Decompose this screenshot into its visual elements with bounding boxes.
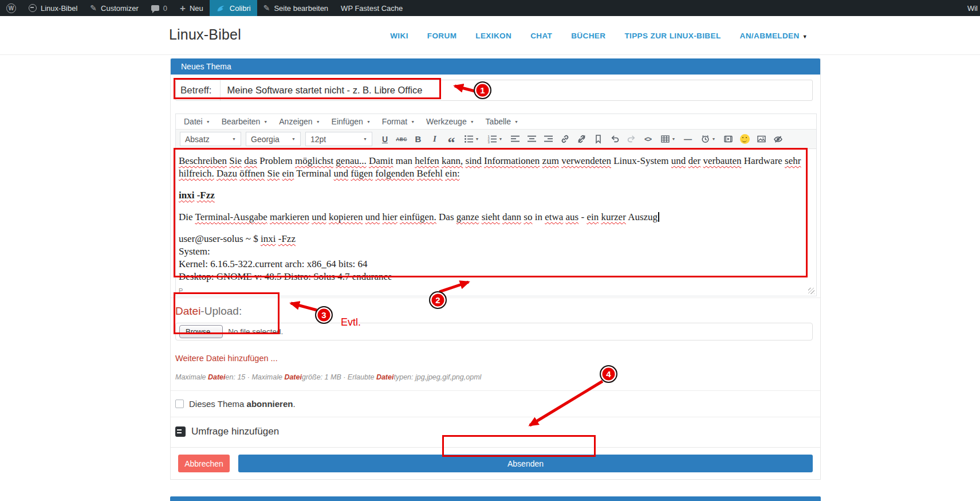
admin-bar-new[interactable]: + Neu [174, 0, 210, 16]
numbered-list-button[interactable]: 123 ▼ [483, 131, 506, 147]
menu-anzeigen[interactable]: Anzeigen▼ [273, 117, 325, 126]
new-topic-form: Neues Thema Betreff: Meine Software star… [170, 58, 821, 480]
align-right-button[interactable] [540, 131, 556, 147]
admin-bar-edit-page[interactable]: ✎ Seite bearbeiten [257, 0, 334, 16]
redo-button[interactable] [623, 131, 639, 147]
chevron-down-icon: ▼ [411, 120, 415, 124]
insert-time-button[interactable]: ▼ [696, 131, 719, 147]
no-file-text: No file selected. [228, 327, 283, 336]
menu-werkzeuge[interactable]: Werkzeuge▼ [420, 117, 480, 126]
file-input: Browse... No file selected. [175, 323, 813, 340]
insert-media-button[interactable] [720, 131, 736, 147]
admin-bar-greeting[interactable]: Wil [967, 0, 979, 16]
bullet-list-icon [464, 134, 474, 144]
nav-item-lexikon[interactable]: LEXIKON [475, 32, 511, 40]
subject-label: Betreff: [176, 80, 221, 100]
admin-bar-comments[interactable]: 0 [145, 0, 174, 16]
admin-bar-wp-fastest-cache[interactable]: WP Fastest Cache [334, 0, 409, 16]
undo-button[interactable] [607, 131, 623, 147]
source-code-button[interactable]: <> [640, 131, 656, 147]
editor-toolbar: Absatz▼ Georgia▼ 12pt▼ U ABC B I “ ▼ 123… [176, 130, 816, 149]
wordpress-menu-item[interactable]: W [0, 0, 22, 16]
insert-image-button[interactable] [753, 131, 769, 147]
clock-icon [700, 134, 710, 144]
align-left-button[interactable] [507, 131, 523, 147]
horizontal-rule-button[interactable]: — [680, 131, 696, 147]
nav-item-wiki[interactable]: WIKI [390, 32, 408, 40]
bold-icon: B [415, 134, 422, 144]
chevron-down-icon: ▼ [802, 34, 808, 40]
chevron-down-icon: ▼ [292, 137, 296, 141]
chevron-down-icon: ▼ [499, 137, 503, 141]
code-icon: <> [644, 135, 651, 143]
subscribe-checkbox[interactable] [175, 400, 184, 408]
subject-row: Betreff: Meine Software startet nicht - … [171, 75, 820, 107]
subject-input[interactable]: Meine Software startet nicht - z. B. Lib… [221, 80, 813, 100]
align-center-button[interactable] [524, 131, 540, 147]
underline-icon: U [382, 135, 388, 144]
image-icon [757, 134, 766, 144]
link-icon [560, 134, 570, 144]
menu-format[interactable]: Format▼ [376, 117, 420, 126]
italic-icon: I [433, 134, 436, 144]
nav-item-chat[interactable]: CHAT [530, 32, 552, 40]
menu-bearbeiten[interactable]: Bearbeiten▼ [216, 117, 274, 126]
comment-icon [151, 5, 159, 11]
bookmark-icon [593, 134, 603, 144]
nav-item-anabmelden[interactable]: AN/ABMELDEN▼ [740, 32, 808, 40]
align-center-icon [527, 134, 537, 144]
horizontal-rule-icon: — [684, 135, 692, 144]
admin-bar-colibri[interactable]: Colibri [210, 0, 257, 16]
chevron-down-icon: ▼ [712, 137, 716, 141]
table-icon [660, 134, 670, 144]
submit-button[interactable]: Absenden [238, 455, 813, 472]
cancel-button[interactable]: Abbrechen [178, 455, 230, 472]
add-more-file-link[interactable]: Weitere Datei hinzufügen ... [175, 354, 278, 363]
emoticons-button[interactable] [737, 131, 753, 147]
blockquote-icon: “ [448, 134, 455, 145]
resize-handle-icon[interactable] [808, 288, 814, 294]
font-family-select[interactable]: Georgia▼ [246, 132, 301, 146]
chevron-down-icon: ▼ [232, 137, 236, 141]
add-poll-row[interactable]: Umfrage hinzufügen [171, 417, 820, 447]
chevron-down-icon: ▼ [470, 120, 474, 124]
svg-text:3: 3 [487, 140, 490, 144]
wordpress-logo-icon: W [6, 3, 16, 13]
paragraph-format-select[interactable]: Absatz▼ [180, 132, 241, 146]
admin-bar-customizer[interactable]: ✎ Customizer [84, 0, 144, 16]
add-poll-label: Umfrage hinzufügen [191, 426, 279, 437]
link-button[interactable] [557, 131, 573, 147]
chevron-down-icon: ▼ [263, 120, 267, 124]
eye-slash-icon [773, 134, 783, 144]
site-icon [29, 4, 37, 12]
poll-icon [175, 426, 186, 437]
unlink-button[interactable] [573, 131, 589, 147]
editor-body[interactable]: Beschreiben Sie das Problem möglichst ge… [176, 149, 816, 285]
nav-item-forum[interactable]: FORUM [427, 32, 457, 40]
nav-item-buecher[interactable]: BÜCHER [571, 32, 605, 40]
plus-icon: + [180, 3, 186, 13]
table-button[interactable]: ▼ [656, 131, 679, 147]
bullet-list-button[interactable]: ▼ [460, 131, 483, 147]
menu-einfuegen[interactable]: Einfügen▼ [326, 117, 376, 126]
admin-bar-site-name[interactable]: Linux-Bibel [22, 0, 84, 16]
element-path: P [179, 287, 183, 294]
blockquote-button[interactable]: “ [443, 131, 459, 147]
italic-button[interactable]: I [427, 131, 443, 147]
menu-tabelle[interactable]: Tabelle▼ [480, 117, 524, 126]
site-title[interactable]: Linux-Bibel [169, 26, 241, 43]
browse-button[interactable]: Browse... [179, 325, 223, 338]
colibri-bird-icon [216, 3, 226, 13]
text-caret [658, 212, 659, 222]
spoiler-button[interactable] [770, 131, 786, 147]
menu-datei[interactable]: Datei▼ [178, 117, 216, 126]
strikethrough-button[interactable]: ABC [393, 131, 410, 147]
anchor-button[interactable] [590, 131, 606, 147]
pencil-icon: ✎ [263, 3, 270, 13]
font-size-select[interactable]: 12pt▼ [305, 132, 372, 146]
nav-item-tipps[interactable]: TIPPS ZUR LINUX-BIBEL [624, 32, 721, 40]
bold-button[interactable]: B [410, 131, 426, 147]
comment-count: 0 [163, 4, 167, 13]
underline-button[interactable]: U [377, 131, 393, 147]
strikethrough-icon: ABC [396, 136, 407, 142]
